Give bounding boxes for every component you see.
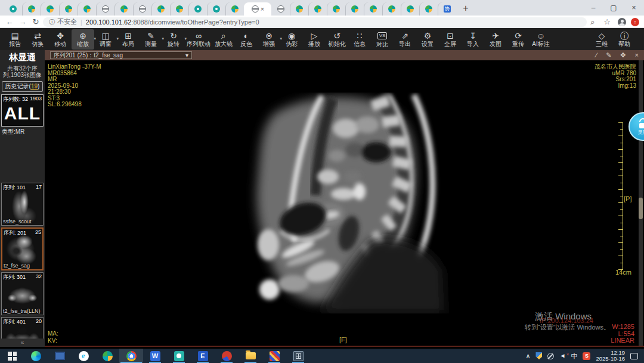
info-icon[interactable]: ⓘ (49, 18, 55, 26)
tool-rotate[interactable]: ↻旋转▾ (162, 29, 185, 50)
tool-retransmit[interactable]: ⟳重传 (507, 29, 530, 50)
taskbar-desktop-app[interactable] (48, 349, 72, 363)
series-thumbnail[interactable]: 序列: 30132t2_fse_tra(LLN) (1, 272, 44, 315)
browser-tab[interactable] (207, 2, 225, 16)
minimize-button[interactable]: – (583, 0, 603, 16)
browser-tab[interactable] (290, 2, 308, 16)
browser-tab[interactable] (345, 2, 364, 16)
browser-tab[interactable] (419, 2, 438, 16)
series-select-dropdown[interactable]: 序列201 (25)：t2_fse_sag ▾ (50, 51, 192, 59)
series-thumbnail[interactable]: 序列: 40120t2_fse_cor (1, 317, 44, 339)
tool-measure[interactable]: ✎测量▾ (140, 29, 162, 50)
series-thumbnail[interactable]: 序列: 20125t2_fse_sag (1, 227, 44, 270)
browser-tab[interactable] (382, 2, 401, 16)
taskbar-photo-app[interactable] (167, 349, 191, 363)
tool-switch[interactable]: ⇄切换 (26, 29, 49, 50)
browser-tab[interactable] (133, 2, 151, 16)
browser-tab[interactable] (308, 2, 327, 16)
speaker-muted-icon[interactable]: ◄ (559, 349, 565, 363)
tool-enhance[interactable]: ⊜增强▾ (258, 29, 280, 50)
browser-tab[interactable]: 协 (438, 2, 456, 16)
sogou-input-icon[interactable]: S (583, 352, 590, 360)
tray-chevron-icon[interactable]: ∧ (525, 349, 530, 363)
scrollbar-handle[interactable] (639, 198, 643, 219)
all-series-thumbnail[interactable]: 序列数: 32 1903 ALL (1, 94, 44, 127)
taskbar-internet-explorer[interactable]: e (72, 349, 95, 363)
browser-tab[interactable] (114, 2, 133, 16)
taskbar-edge[interactable] (24, 349, 48, 363)
close-button[interactable]: × (624, 0, 644, 16)
browser-tab[interactable] (78, 2, 96, 16)
network-disconnected-icon[interactable] (547, 353, 554, 359)
browser-tab[interactable] (170, 2, 188, 16)
tool-export[interactable]: ⇗导出 (394, 29, 416, 50)
tool-pseudo-color[interactable]: ◉伪彩 (280, 29, 303, 50)
tool-report[interactable]: ▤报告 (4, 29, 26, 50)
browser-update-icon[interactable]: ↑ (631, 18, 639, 26)
tool-layout[interactable]: ⊞布局 (117, 29, 140, 50)
dicom-viewport[interactable]: 序列201 (25)：t2_fse_sag ▾ ∕ ✎ ✥ × (45, 50, 644, 347)
history-button[interactable]: 历史记录(19) (2, 81, 43, 92)
reload-icon[interactable]: ↻ (30, 16, 42, 28)
address-bar[interactable]: ⓘ 不安全 | 200.100.101.62 :8088/dicomview/t… (43, 17, 587, 27)
browser-tab[interactable] (151, 2, 170, 16)
ime-indicator[interactable]: 中 (571, 349, 577, 363)
tab-close-icon[interactable]: × (261, 6, 264, 13)
browser-tab[interactable] (22, 2, 41, 16)
tool-invert[interactable]: ◐反色 (235, 29, 258, 50)
tool-play[interactable]: ▷播放 (303, 29, 326, 50)
close-viewport-icon[interactable]: × (635, 51, 639, 59)
image-canvas[interactable]: LinXianTong -37Y-M MR035864 MR 2025-09-1… (45, 60, 644, 346)
pencil-annotation-icon[interactable]: ✎ (606, 51, 611, 59)
taskbar-cn-app[interactable] (262, 349, 286, 363)
browser-tab[interactable] (96, 2, 114, 16)
browser-tab[interactable] (59, 2, 78, 16)
tool-magnifier[interactable]: ⌕放大镜 (212, 29, 235, 50)
page-zoom-icon[interactable]: ⌕ (587, 16, 599, 28)
browser-tab[interactable] (188, 2, 207, 16)
taskbar-clock[interactable]: 12:19 2025-10-16 (596, 350, 625, 362)
tool-send[interactable]: ✈发图 (484, 29, 507, 50)
tool-settings[interactable]: ⚙设置 (416, 29, 439, 50)
image-scrollbar[interactable] (639, 60, 643, 346)
browser-tab[interactable] (4, 2, 22, 16)
tool-three-d[interactable]: ◇三维 (590, 29, 613, 50)
tool-help[interactable]: ⓘ帮助 (613, 29, 636, 50)
taskbar-e-app[interactable]: E (191, 349, 215, 363)
new-tab-button[interactable]: + (459, 1, 473, 16)
browser-tab[interactable] (364, 2, 382, 16)
tool-fullscreen[interactable]: ⊡全屏 (439, 29, 462, 50)
series-thumbnail[interactable]: 序列: 10117ssfse_scout (1, 183, 44, 226)
tool-window[interactable]: ◫调窗▾ (94, 29, 117, 50)
forward-icon[interactable]: → (17, 16, 29, 28)
browser-tab[interactable] (41, 2, 59, 16)
line-annotation-icon[interactable]: ∕ (596, 51, 597, 59)
tool-reset[interactable]: ↺初始化 (326, 29, 348, 50)
tool-series-link[interactable]: ∞序列联动 (185, 29, 212, 50)
sidebar-collapse-button[interactable]: « (0, 339, 45, 347)
tool-compare[interactable]: VS对比 (371, 29, 394, 50)
action-center-icon[interactable] (630, 353, 638, 359)
tool-info[interactable]: ∷信息 (348, 29, 371, 50)
taskbar-medical-app[interactable] (95, 349, 119, 363)
profile-avatar[interactable] (618, 18, 626, 26)
tool-move[interactable]: ✥移动 (49, 29, 72, 50)
taskbar-file-explorer[interactable] (239, 349, 262, 363)
browser-tab[interactable] (327, 2, 345, 16)
tool-zoom[interactable]: ⊕缩放▾ (72, 29, 94, 50)
tool-ai-annotate[interactable]: ☺AI标注 (530, 29, 552, 50)
browser-tab[interactable] (225, 2, 244, 16)
taskbar-chrome[interactable] (119, 349, 143, 363)
maximize-button[interactable]: ▢ (603, 0, 624, 16)
tool-import[interactable]: ↧导入 (462, 29, 484, 50)
browser-tab[interactable] (271, 2, 290, 16)
move-viewport-icon[interactable]: ✥ (620, 51, 626, 59)
security-shield-icon[interactable] (535, 352, 542, 359)
bookmark-star-icon[interactable]: ☆ (601, 16, 613, 28)
taskbar-wps[interactable]: W (143, 349, 167, 363)
start-button[interactable] (0, 349, 24, 363)
taskbar-calculator[interactable] (286, 349, 310, 363)
floating-assistant-badge[interactable]: 灵图 (628, 112, 644, 141)
taskbar-red-app[interactable] (215, 349, 239, 363)
browser-tab[interactable] (401, 2, 419, 16)
